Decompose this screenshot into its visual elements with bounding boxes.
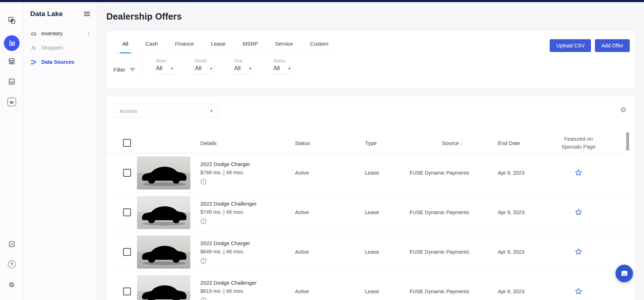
sidebar: Data Lake Inventory [24, 2, 97, 300]
filter-field-model[interactable]: Model All ▾ [195, 58, 212, 74]
sidebar-item-label: Inventory [41, 31, 63, 36]
analytics-icon[interactable] [4, 35, 20, 51]
tab-custom[interactable]: Custom [305, 31, 333, 53]
info-icon[interactable] [200, 218, 207, 224]
offer-source: FUSE Dynamic Payments [410, 289, 495, 294]
filter-fields: Make All ▾ Model All ▾ Year All ▾ Status… [156, 58, 312, 74]
featured-star-icon[interactable] [574, 208, 583, 217]
select-all-checkbox[interactable] [123, 139, 131, 147]
filter-field-make[interactable]: Make All ▾ [156, 58, 173, 74]
column-header-status[interactable]: Status [292, 140, 363, 146]
icon-rail: w ? ⚙ [0, 2, 23, 300]
row-checkbox[interactable] [123, 288, 131, 295]
column-header-featured[interactable]: Featured on Specials Page [545, 135, 612, 151]
help-icon[interactable]: ? [6, 259, 17, 270]
offer-status: Active [292, 170, 363, 176]
header-actions: Upload CSV Add Offer [550, 39, 630, 52]
filter-field-label: Make [156, 58, 173, 64]
offer-end-date: Apr 9, 2023 [495, 210, 545, 215]
apps-icon[interactable] [6, 15, 17, 26]
filter-field-status[interactable]: Status All ▾ [273, 58, 290, 74]
reports-icon[interactable] [6, 76, 17, 87]
table-scrollbar[interactable] [626, 132, 629, 151]
filter-field-value: All [156, 65, 162, 72]
filter-label: Filter [114, 67, 125, 73]
offer-end-date: Apr 9, 2023 [495, 170, 545, 176]
offer-source: FUSE Dynamic Payments [410, 170, 495, 176]
add-offer-button[interactable]: Add Offer [595, 39, 630, 52]
column-header-end-date[interactable]: End Date [495, 140, 545, 146]
info-icon[interactable] [200, 297, 207, 300]
offer-type-tabs: AllCashFinanceLeaseMSRPServiceCustom [114, 31, 337, 53]
main-content: Dealership Offers AllCashFinanceLeaseMSR… [97, 2, 644, 300]
sidebar-item-inventory[interactable]: Inventory [30, 26, 91, 41]
table-row: 2022 Dodge Challenger $619 mo. | 48 mos.… [107, 272, 635, 300]
column-header-details[interactable]: Details [197, 140, 292, 146]
chat-widget-button[interactable] [616, 265, 633, 282]
row-checkbox[interactable] [123, 208, 131, 216]
featured-star-icon[interactable] [574, 169, 583, 177]
tab-all[interactable]: All [117, 31, 133, 53]
storefront-icon[interactable] [6, 56, 17, 67]
filter-field-value: All [234, 65, 241, 72]
featured-star-icon[interactable] [574, 287, 583, 296]
tasks-icon[interactable] [6, 239, 17, 249]
workspace-letter: w [7, 98, 16, 106]
data-sources-icon [30, 59, 37, 66]
sidebar-menu: Inventory Shoppers [30, 26, 91, 69]
offer-source: FUSE Dynamic Payments [410, 210, 495, 215]
car-icon [30, 30, 37, 37]
filter-toggle[interactable]: Filter [114, 66, 136, 73]
filter-field-value: All [195, 65, 201, 72]
row-checkbox[interactable] [123, 248, 131, 256]
bulk-actions-select[interactable]: Actions ▾ [114, 104, 219, 118]
offer-title: 2022 Dodge Charger [200, 161, 292, 167]
sidebar-item-shoppers[interactable]: Shoppers [30, 41, 91, 55]
tab-cash[interactable]: Cash [141, 31, 163, 53]
sidebar-item-label: Shoppers [41, 45, 63, 51]
table-settings-gear-icon[interactable]: ⚙ [620, 106, 627, 113]
filter-icon [129, 66, 136, 73]
tab-finance[interactable]: Finance [170, 31, 199, 53]
dealership-offers-page: { "colors": { "topbar": "#141b4d", "prim… [0, 0, 644, 300]
tab-lease[interactable]: Lease [206, 31, 231, 53]
divider [142, 61, 142, 77]
tab-service[interactable]: Service [270, 31, 298, 53]
vehicle-photo [137, 156, 190, 190]
sort-desc-icon: ↓ [460, 141, 463, 146]
shoppers-icon [30, 45, 37, 51]
table-body: 2022 Dodge Charger $769 mo. | 48 mos. Ac… [107, 153, 635, 300]
row-checkbox[interactable] [123, 169, 131, 177]
filter-field-label: Status [273, 58, 290, 64]
upload-csv-button[interactable]: Upload CSV [550, 39, 591, 52]
chevron-right-icon [86, 31, 91, 36]
sidebar-item-label: Data Sources [41, 59, 74, 65]
column-header-type[interactable]: Type [363, 140, 410, 146]
vehicle-photo [137, 196, 190, 229]
vehicle-photo [137, 275, 190, 300]
sidebar-item-data-sources[interactable]: Data Sources [30, 55, 91, 69]
featured-star-icon[interactable] [574, 248, 583, 256]
column-header-source[interactable]: Source↓ [410, 140, 495, 146]
rail-bottom-group: ? ⚙ [6, 229, 17, 290]
offer-price: $649 mo. | 48 mos. [200, 249, 292, 254]
offer-type: Lease [363, 170, 410, 176]
offer-status: Active [292, 249, 363, 255]
sidebar-title: Data Lake [30, 10, 63, 18]
filters-card: AllCashFinanceLeaseMSRPServiceCustom Fil… [106, 30, 635, 89]
collapse-menu-icon[interactable] [83, 10, 91, 17]
workspace-logo-icon[interactable]: w [6, 97, 17, 107]
offer-title: 2022 Dodge Challenger [200, 280, 292, 286]
offer-type: Lease [363, 249, 410, 255]
tab-msrp[interactable]: MSRP [238, 31, 263, 53]
offer-status: Active [292, 289, 363, 294]
offer-end-date: Apr 8, 2023 [495, 289, 545, 294]
filter-field-year[interactable]: Year All ▾ [234, 58, 251, 74]
offer-price: $619 mo. | 48 mos. [200, 288, 292, 294]
bulk-actions-placeholder: Actions [120, 108, 137, 114]
settings-icon[interactable]: ⚙ [6, 279, 17, 290]
table-header-row: Details Status Type Source↓ End Date Fea… [107, 133, 622, 153]
info-icon[interactable] [200, 179, 207, 185]
info-icon[interactable] [200, 258, 207, 264]
offer-type: Lease [363, 210, 410, 215]
